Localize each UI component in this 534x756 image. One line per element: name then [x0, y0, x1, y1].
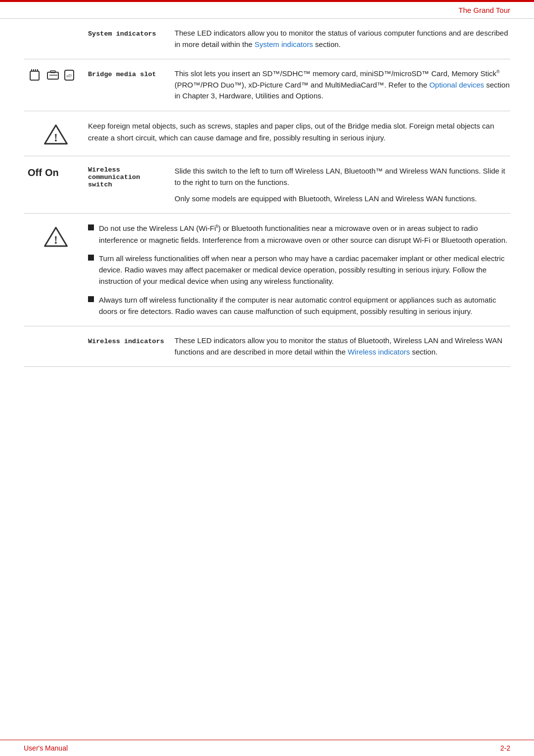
bridge-media-row: xD Bridge media slot This slot lets you … — [24, 59, 510, 111]
bridge-media-warning-row: ! Keep foreign metal objects, such as sc… — [24, 111, 510, 156]
system-indicators-desc-text2: section. — [313, 40, 341, 48]
wireless-indicators-desc-text2: section. — [410, 348, 438, 356]
wireless-indicators-icon-col — [24, 335, 88, 336]
wireless-label-line2: communication — [88, 174, 166, 181]
wireless-comm-desc-text1: Slide this switch to the left to turn of… — [175, 165, 510, 188]
on-label: On — [45, 167, 59, 178]
wireless-comm-desc: Slide this switch to the left to turn of… — [175, 165, 510, 205]
bullet-square-icon — [88, 224, 94, 230]
wireless-comm-label: Wireless communication switch — [88, 165, 175, 188]
system-indicators-row: System indicators These LED indicators a… — [24, 19, 510, 59]
footer-left: User's Manual — [24, 744, 68, 752]
system-indicators-desc: These LED indicators allow you to monito… — [175, 28, 510, 50]
wireless-bullet-list: Do not use the Wireless LAN (Wi-Fifi) or… — [88, 222, 510, 317]
list-item: Do not use the Wireless LAN (Wi-Fifi) or… — [88, 222, 510, 246]
off-on-col: Off On — [24, 165, 88, 178]
wireless-indicators-desc-text1: These LED indicators allow you to monito… — [175, 336, 502, 356]
wireless-comm-row: Off On Wireless communication switch Sli… — [24, 156, 510, 214]
wireless-indicators-label: Wireless indicators — [88, 335, 175, 345]
bridge-media-label-text: Bridge media slot — [88, 71, 156, 78]
bridge-media-label: Bridge media slot — [88, 68, 175, 78]
wireless-comm-desc-text2: Only some models are equipped with Bluet… — [175, 193, 510, 204]
top-border — [0, 0, 534, 2]
bullet-square-icon — [88, 296, 94, 302]
wireless-bullet-3: Always turn off wireless functionality i… — [99, 294, 510, 317]
svg-rect-5 — [47, 72, 58, 79]
optional-devices-link[interactable]: Optional devices — [429, 81, 484, 89]
svg-text:xD: xD — [66, 73, 72, 78]
wireless-indicators-label-text: Wireless indicators — [88, 338, 164, 345]
wireless-indicators-link[interactable]: Wireless indicators — [348, 348, 410, 356]
wireless-label-line1: Wireless — [88, 166, 166, 174]
system-indicators-link[interactable]: System indicators — [255, 40, 313, 48]
wireless-indicators-row: Wireless indicators These LED indicators… — [24, 326, 510, 367]
off-label: Off — [28, 167, 42, 178]
wireless-label-line3: switch — [88, 181, 166, 188]
system-indicators-label: System indicators — [88, 28, 175, 38]
warning-triangle-icon: ! — [44, 122, 68, 147]
wireless-warning-row: ! Do not use the Wireless LAN (Wi-Fifi) … — [24, 214, 510, 326]
wireless-bullet-2: Turn all wireless functionalities off wh… — [99, 253, 510, 287]
memory-stick-icon — [46, 69, 60, 81]
svg-rect-0 — [30, 71, 39, 80]
page-footer: User's Manual 2-2 — [0, 740, 534, 756]
bullet-square-icon — [88, 255, 94, 261]
wireless-bullet-1: Do not use the Wireless LAN (Wi-Fifi) or… — [99, 222, 510, 246]
bridge-warning-text: Keep foreign metal objects, such as scre… — [88, 120, 510, 144]
bridge-media-desc: This slot lets you insert an SD™/SDHC™ m… — [175, 68, 510, 102]
system-indicators-desc-text1: These LED indicators allow you to monito… — [175, 29, 508, 48]
bridge-media-icon-col: xD — [24, 68, 88, 81]
system-indicators-icon-col — [24, 28, 88, 29]
wireless-warning-triangle-icon: ! — [44, 224, 68, 249]
list-item: Turn all wireless functionalities off wh… — [88, 253, 510, 287]
system-indicators-label-text: System indicators — [88, 30, 156, 38]
wireless-warning-text: Do not use the Wireless LAN (Wi-Fifi) or… — [88, 222, 510, 317]
header-title: The Grand Tour — [458, 6, 510, 14]
xd-card-icon: xD — [64, 69, 78, 81]
list-item: Always turn off wireless functionality i… — [88, 294, 510, 317]
sd-icons: xD — [29, 69, 79, 81]
svg-text:!: ! — [54, 131, 58, 143]
bridge-warning-icon-col: ! — [24, 120, 88, 147]
bridge-warning-desc: Keep foreign metal objects, such as scre… — [88, 122, 494, 142]
sd-card-icon — [29, 69, 43, 81]
wireless-warning-icon-col: ! — [24, 222, 88, 249]
main-content: System indicators These LED indicators a… — [0, 19, 534, 367]
wireless-indicators-desc: These LED indicators allow you to monito… — [175, 335, 510, 357]
page-header: The Grand Tour — [0, 0, 534, 19]
svg-text:!: ! — [54, 233, 58, 246]
footer-right: 2-2 — [500, 744, 510, 752]
